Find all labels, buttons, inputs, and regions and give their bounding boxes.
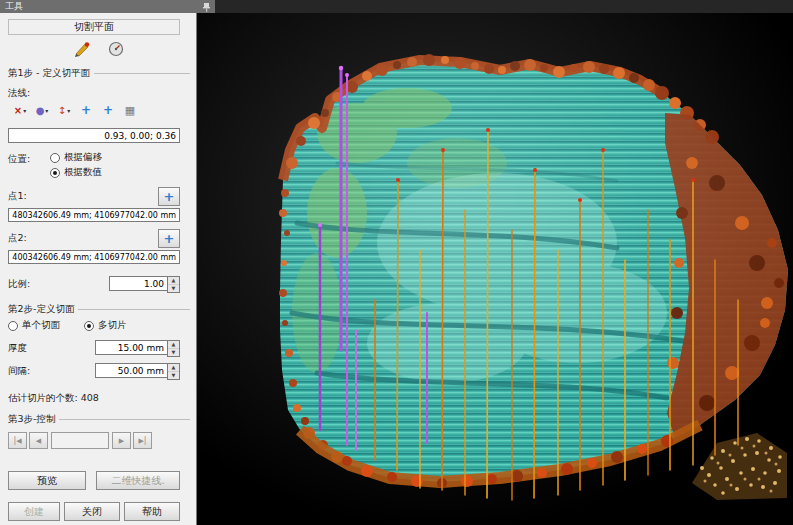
dropdown-icon: ▾ (67, 107, 70, 114)
thickness-label: 厚度 (8, 342, 27, 355)
normal-sphere-button[interactable]: ● ▾ (32, 101, 52, 119)
prev-slice-button[interactable]: ◀ (29, 432, 48, 449)
ratio-spinner: ▲ ▼ (109, 276, 180, 293)
radio-by-offset[interactable]: 根据偏移 (50, 151, 102, 164)
radio-circle-selected[interactable] (84, 321, 94, 331)
point-cloud-rendering (197, 13, 793, 525)
normal-label: 法线: (8, 87, 30, 100)
dropdown-icon: ▾ (45, 107, 48, 114)
step3-header: 第3步-控制 (8, 413, 190, 426)
preview-button[interactable]: 预览 (8, 471, 86, 490)
radio-circle[interactable] (8, 321, 18, 331)
position-row: 位置: 根据偏移 根据数值 (8, 151, 180, 179)
move-arrows-icon: + (103, 105, 113, 115)
thickness-input[interactable] (95, 340, 167, 355)
cutting-plane-header[interactable]: 切割平面 (8, 19, 180, 35)
playback-row: | ◀ ◀ ▶ ▶ | (8, 432, 180, 449)
normal-toolbar: × ▾ ● ▾ ↕ ▾ + + ▦ (10, 101, 190, 119)
spin-up-icon[interactable]: ▲ (168, 277, 179, 285)
polyline-button[interactable]: 二维快捷线. (96, 471, 180, 490)
point1-label: 点1: (8, 190, 27, 203)
thickness-spinner: ▲ ▼ (95, 340, 180, 357)
normal-label-row: 法线: (8, 87, 180, 100)
radio-circle-selected[interactable] (50, 168, 60, 178)
pin-icon[interactable] (202, 2, 211, 12)
thickness-row: 厚度 ▲ ▼ (8, 340, 180, 357)
point1-row: 点1: + (8, 187, 180, 206)
spacing-spin-buttons: ▲ ▼ (167, 363, 180, 380)
radio-single-section[interactable]: 单个切面 (8, 319, 60, 332)
ratio-label: 比例: (8, 278, 30, 291)
radio-circle[interactable] (50, 153, 60, 163)
spacing-row: 间隔: ▲ ▼ (8, 363, 180, 380)
edit-plane-button[interactable] (71, 40, 93, 58)
first-slice-button[interactable]: | ◀ (8, 432, 27, 449)
help-button[interactable]: 帮助 (124, 502, 180, 521)
wand-icon (73, 41, 91, 57)
point2-row: 点2: + (8, 229, 180, 248)
ratio-row: 比例: ▲ ▼ (8, 276, 180, 293)
close-button[interactable]: 关闭 (64, 502, 120, 521)
panel-titlebar[interactable]: 工具 (0, 0, 215, 13)
spin-up-icon[interactable]: ▲ (168, 341, 179, 349)
last-slice-button[interactable]: ▶ | (133, 432, 152, 449)
step1-header: 第1步 - 定义切平面 (8, 67, 190, 80)
spacing-input[interactable] (95, 363, 167, 378)
step-fwd-icon: ▶ (119, 437, 124, 445)
position-radios: 根据偏移 根据数值 (50, 151, 102, 179)
ratio-spin-buttons: ▲ ▼ (167, 276, 180, 293)
dialog-buttons-row: 创建 关闭 帮助 (8, 502, 180, 521)
radio-multi-slice[interactable]: 多切片 (84, 319, 127, 332)
step2-header: 第2步-定义切面 (8, 303, 190, 316)
point1-input[interactable] (8, 208, 180, 222)
radio-by-values[interactable]: 根据数值 (50, 166, 102, 179)
panel-title: 工具 (5, 0, 23, 13)
compass-button[interactable] (105, 40, 127, 58)
mode-toolbar (8, 40, 190, 58)
invert-normal-icon: × (14, 105, 22, 116)
thickness-spin-buttons: ▲ ▼ (167, 340, 180, 357)
sphere-icon: ● (36, 105, 45, 116)
spacing-label: 间隔: (8, 365, 30, 378)
slice-position-input[interactable] (51, 432, 109, 449)
normal-flip-button[interactable]: ↕ ▾ (54, 101, 74, 119)
pick-cross-icon: + (164, 191, 175, 203)
move-arrows-icon: + (81, 105, 91, 115)
tool-panel: 切割平面 第1步 - 定义切平面 法线: (0, 13, 197, 525)
app-window: 工具 切割平面 (0, 0, 793, 525)
compass-icon (108, 41, 124, 57)
dropdown-icon: ▾ (23, 107, 26, 114)
spin-down-icon[interactable]: ▼ (168, 285, 179, 292)
pick-point2-button[interactable]: + (158, 229, 180, 248)
flip-icon: ↕ (58, 105, 66, 116)
align-horizontal-button[interactable]: + (76, 101, 96, 119)
position-label: 位置: (8, 153, 50, 166)
slice-count-estimate: 估计切片的个数: 408 (8, 392, 190, 405)
next-slice-button[interactable]: ▶ (112, 432, 131, 449)
section-type-radios: 单个切面 多切片 (8, 319, 180, 332)
step-back-icon: ◀ (16, 437, 21, 445)
step-back-icon: ◀ (36, 437, 41, 445)
point2-input[interactable] (8, 250, 180, 264)
pick-point1-button[interactable]: + (158, 187, 180, 206)
3d-viewport[interactable] (197, 13, 793, 525)
ratio-input[interactable] (109, 276, 167, 291)
align-vertical-button[interactable]: + (98, 101, 118, 119)
spacing-spinner: ▲ ▼ (95, 363, 180, 380)
preview-row: 预览 二维快捷线. (8, 471, 180, 490)
create-button[interactable]: 创建 (8, 502, 60, 521)
spin-down-icon[interactable]: ▼ (168, 372, 179, 379)
normal-invert-button[interactable]: × ▾ (10, 101, 30, 119)
grid-icon: ▦ (125, 104, 135, 117)
spin-down-icon[interactable]: ▼ (168, 349, 179, 356)
spin-up-icon[interactable]: ▲ (168, 364, 179, 372)
point2-label: 点2: (8, 232, 27, 245)
normal-value-input[interactable] (8, 128, 180, 143)
value-table-button[interactable]: ▦ (120, 101, 140, 119)
pick-cross-icon: + (164, 233, 175, 245)
